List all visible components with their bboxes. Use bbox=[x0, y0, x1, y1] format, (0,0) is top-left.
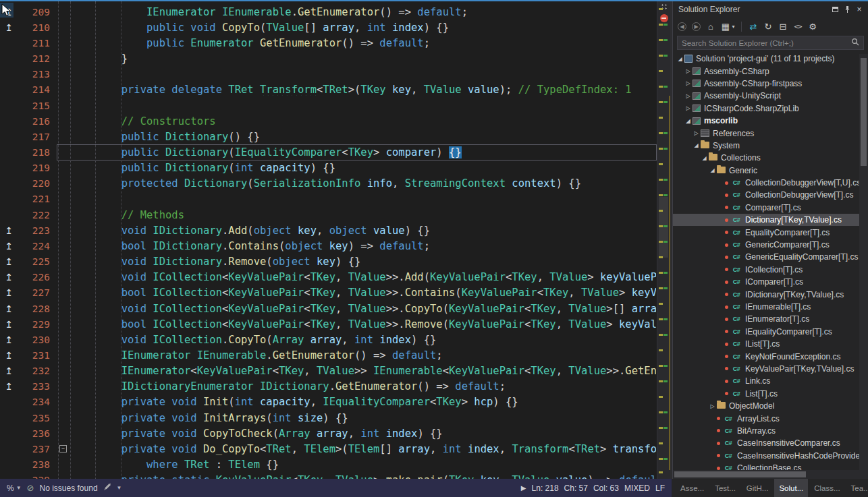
panel-vscroll-thumb[interactable] bbox=[861, 58, 867, 166]
expander-collapsed-icon[interactable]: ▷ bbox=[692, 130, 701, 136]
line-number[interactable]: 232 bbox=[18, 366, 57, 376]
code-text[interactable]: private static KeyValuePair<TKey, TValue… bbox=[71, 474, 656, 479]
code-line-227[interactable]: ↥227 bool ICollection<KeyValuePair<TKey,… bbox=[0, 285, 657, 301]
tree-item[interactable]: C#CollectionDebuggerView[T,U].cs bbox=[673, 177, 868, 189]
code-text[interactable]: private void Do_CopyTo<TRet, TElem>(TEle… bbox=[71, 443, 656, 455]
tree-item[interactable]: C#CollectionDebuggerView[T].cs bbox=[673, 189, 868, 201]
code-line-225[interactable]: ↥225 void IDictionary.Remove(object key)… bbox=[0, 254, 657, 270]
tree-item[interactable]: C#IEnumerator[T].cs bbox=[673, 313, 868, 325]
code-line-234[interactable]: 234 private void Init(int capacity, IEqu… bbox=[0, 394, 657, 410]
code-text[interactable]: public Dictionary() {} bbox=[71, 131, 656, 143]
tree-item[interactable]: ▷Assembly-UnityScript bbox=[673, 90, 868, 102]
sync-with-active-document-icon[interactable]: ⇄ bbox=[747, 20, 760, 33]
expander-expanded-icon[interactable]: ◢ bbox=[700, 155, 709, 161]
line-number[interactable]: 218 bbox=[18, 147, 57, 158]
code-text[interactable]: void ICollection<KeyValuePair<TKey, TVal… bbox=[71, 271, 656, 283]
code-line-221[interactable]: 221 bbox=[0, 192, 657, 207]
outline-margin[interactable] bbox=[57, 332, 71, 347]
tree-item[interactable]: C#EqualityComparer[T].cs bbox=[673, 226, 868, 238]
line-number[interactable]: 217 bbox=[18, 131, 57, 142]
code-line-237[interactable]: 237− private void Do_CopyTo<TRet, TElem>… bbox=[0, 441, 657, 457]
fold-collapse-icon[interactable]: − bbox=[59, 445, 67, 452]
implements-glyph-icon[interactable]: ↥ bbox=[0, 382, 18, 391]
code-line-228[interactable]: ↥228 void ICollection<KeyValuePair<TKey,… bbox=[0, 301, 657, 316]
panel-hscroll-thumb[interactable] bbox=[674, 471, 806, 477]
tree-item[interactable]: ◢Solution 'project-gui' (11 of 11 projec… bbox=[673, 53, 868, 65]
outline-margin[interactable] bbox=[57, 98, 71, 113]
editor-scrollbar[interactable] bbox=[657, 1, 670, 479]
code-text[interactable]: public Dictionary(IEqualityComparer<TKey… bbox=[71, 146, 656, 158]
code-text[interactable]: IEnumerator<KeyValuePair<TKey, TValue>> … bbox=[71, 365, 656, 377]
tree-item[interactable]: C#IList[T].cs bbox=[673, 338, 868, 350]
tree-item[interactable]: C#ICollection[T].cs bbox=[673, 264, 868, 276]
view-code-icon[interactable]: <> bbox=[791, 20, 805, 33]
panel-horizontal-scrollbar[interactable] bbox=[673, 470, 859, 479]
outline-margin[interactable] bbox=[57, 301, 71, 316]
outline-margin[interactable] bbox=[57, 192, 71, 206]
line-number[interactable]: 224 bbox=[18, 241, 57, 252]
window-position-icon[interactable] bbox=[829, 7, 841, 12]
line-number[interactable]: 228 bbox=[18, 303, 57, 314]
status-eol[interactable]: LF bbox=[655, 484, 665, 493]
search-icon[interactable] bbox=[847, 38, 863, 48]
expander-collapsed-icon[interactable]: ▷ bbox=[708, 403, 717, 409]
expander-expanded-icon[interactable]: ◢ bbox=[684, 118, 693, 124]
status-line[interactable]: Ln: 218 bbox=[532, 484, 559, 493]
implements-glyph-icon[interactable]: ↥ bbox=[0, 366, 18, 376]
tree-item[interactable]: ◢mscorlib bbox=[673, 115, 868, 127]
line-number[interactable]: 239 bbox=[18, 475, 57, 479]
code-text[interactable]: void IDictionary.Add(object key, object … bbox=[71, 225, 656, 237]
implements-glyph-icon[interactable]: ↥ bbox=[0, 351, 18, 360]
outline-margin[interactable] bbox=[57, 83, 71, 97]
status-column[interactable]: Col: 63 bbox=[593, 484, 619, 493]
code-line-211[interactable]: 211 public Enumerator GetEnumerator() =>… bbox=[0, 35, 657, 51]
code-text[interactable]: } bbox=[71, 53, 656, 65]
tree-item[interactable]: ◢Generic bbox=[673, 165, 868, 177]
tree-item[interactable]: C#IEnumerable[T].cs bbox=[673, 301, 868, 313]
outline-margin[interactable] bbox=[57, 67, 71, 82]
implements-glyph-icon[interactable]: ↥ bbox=[0, 272, 18, 282]
code-text[interactable]: bool ICollection<KeyValuePair<TKey, TVal… bbox=[71, 287, 656, 299]
expander-collapsed-icon[interactable]: ▷ bbox=[684, 68, 693, 74]
code-text[interactable]: private void CopyToCheck(Array array, in… bbox=[71, 428, 656, 440]
code-line-231[interactable]: ↥231 IEnumerator IEnumerable.GetEnumerat… bbox=[0, 347, 657, 363]
implements-glyph-icon[interactable]: ↥ bbox=[0, 23, 18, 32]
zoom-control[interactable]: % ▼ bbox=[7, 484, 22, 493]
code-line-226[interactable]: ↥226 void ICollection<KeyValuePair<TKey,… bbox=[0, 270, 657, 285]
back-icon[interactable]: ◀ bbox=[678, 22, 686, 31]
tree-item[interactable]: C#Comparer[T].cs bbox=[673, 202, 868, 214]
line-number[interactable]: 214 bbox=[18, 84, 57, 95]
pen-caret-icon[interactable]: ▼ bbox=[117, 485, 122, 491]
tool-tab-gith[interactable]: GitH... bbox=[742, 479, 774, 497]
line-number[interactable]: 229 bbox=[18, 319, 57, 330]
line-number[interactable]: 226 bbox=[18, 272, 57, 283]
tree-item[interactable]: C#IDictionary[TKey,TValue].cs bbox=[673, 288, 868, 300]
tree-item[interactable]: ▷ObjectModel bbox=[673, 400, 868, 412]
line-number[interactable]: 209 bbox=[18, 7, 57, 18]
implements-glyph-icon[interactable]: ↥ bbox=[0, 335, 18, 345]
code-line-215[interactable]: 215 bbox=[0, 98, 657, 113]
code-text[interactable]: bool ICollection<KeyValuePair<TKey, TVal… bbox=[71, 318, 656, 330]
code-line-209[interactable]: ↥209 IEnumerator IEnumerable.GetEnumerat… bbox=[0, 4, 657, 20]
outline-margin[interactable] bbox=[57, 208, 71, 222]
outline-margin[interactable] bbox=[57, 51, 71, 65]
code-text[interactable]: private void Init(int capacity, IEqualit… bbox=[71, 396, 656, 408]
tool-tab-test[interactable]: Test... bbox=[710, 479, 740, 497]
implements-glyph-icon[interactable]: ↥ bbox=[0, 257, 18, 266]
line-number[interactable]: 210 bbox=[18, 22, 57, 33]
expander-expanded-icon[interactable]: ◢ bbox=[676, 56, 684, 62]
tree-item[interactable]: ▷Assembly-CSharp bbox=[673, 65, 868, 77]
code-line-218[interactable]: 218 public Dictionary(IEqualityComparer<… bbox=[0, 144, 657, 160]
outline-margin[interactable] bbox=[57, 255, 71, 269]
outline-margin[interactable] bbox=[57, 36, 71, 50]
outline-margin[interactable] bbox=[57, 5, 71, 19]
outline-margin[interactable] bbox=[57, 223, 71, 237]
tree-item[interactable]: C#List[T].cs bbox=[673, 388, 868, 400]
code-text[interactable]: IEnumerator IEnumerable.GetEnumerator() … bbox=[71, 6, 656, 18]
code-line-232[interactable]: ↥232 IEnumerator<KeyValuePair<TKey, TVal… bbox=[0, 363, 657, 379]
outline-margin[interactable] bbox=[57, 129, 71, 144]
line-number[interactable]: 230 bbox=[18, 334, 57, 345]
outline-margin[interactable] bbox=[57, 161, 71, 175]
pen-icon[interactable] bbox=[103, 483, 111, 493]
code-line-217[interactable]: 217 public Dictionary() {} bbox=[0, 129, 657, 144]
